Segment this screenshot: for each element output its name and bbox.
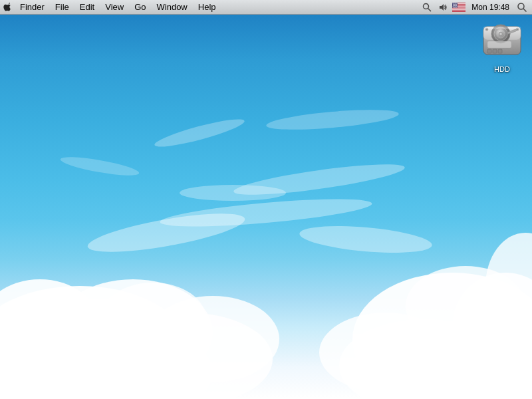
svg-point-9 bbox=[452, 273, 532, 379]
spotlight-left-icon[interactable] bbox=[515, 0, 529, 15]
svg-point-23 bbox=[424, 3, 429, 9]
svg-point-12 bbox=[406, 266, 525, 346]
spotlight-right-icon[interactable] bbox=[420, 0, 434, 15]
svg-point-41 bbox=[456, 3, 456, 4]
svg-point-61 bbox=[518, 3, 524, 9]
svg-rect-31 bbox=[452, 9, 466, 9]
svg-point-56 bbox=[457, 6, 458, 7]
svg-point-10 bbox=[426, 319, 532, 399]
svg-point-14 bbox=[319, 313, 452, 392]
hdd-icon-image bbox=[481, 20, 523, 63]
menu-edit[interactable]: Edit bbox=[74, 0, 100, 15]
svg-point-43 bbox=[453, 4, 454, 5]
svg-line-62 bbox=[523, 9, 527, 12]
svg-point-18 bbox=[180, 185, 286, 201]
svg-point-1 bbox=[0, 279, 100, 372]
svg-rect-30 bbox=[452, 7, 466, 8]
menubar-right: Mon 19:48 bbox=[420, 0, 532, 15]
svg-rect-71 bbox=[487, 49, 491, 53]
svg-marker-25 bbox=[440, 4, 444, 11]
menubar-left: Finder File Edit View Go Window Help bbox=[0, 0, 420, 15]
svg-point-7 bbox=[100, 283, 206, 356]
svg-point-20 bbox=[153, 114, 246, 152]
desktop: Finder File Edit View Go Window Help bbox=[0, 0, 532, 399]
menu-file[interactable]: File bbox=[50, 0, 74, 15]
svg-point-69 bbox=[500, 33, 502, 35]
svg-point-15 bbox=[85, 205, 247, 259]
svg-point-44 bbox=[454, 4, 454, 5]
svg-rect-72 bbox=[493, 49, 497, 53]
apple-menu-button[interactable] bbox=[0, 0, 15, 15]
svg-point-6 bbox=[146, 296, 279, 382]
flag-icon[interactable] bbox=[452, 0, 466, 15]
menu-finder[interactable]: Finder bbox=[15, 0, 50, 15]
svg-point-34 bbox=[453, 3, 454, 3]
svg-point-5 bbox=[100, 313, 273, 399]
svg-point-49 bbox=[454, 5, 455, 6]
svg-point-35 bbox=[454, 3, 454, 3]
svg-point-42 bbox=[456, 3, 457, 4]
menu-view[interactable]: View bbox=[100, 0, 129, 15]
menu-help[interactable]: Help bbox=[193, 0, 221, 15]
svg-point-0 bbox=[0, 286, 186, 399]
svg-rect-73 bbox=[498, 49, 502, 53]
svg-point-58 bbox=[454, 7, 455, 7]
menu-window[interactable]: Window bbox=[152, 0, 193, 15]
svg-point-51 bbox=[456, 5, 457, 6]
svg-point-16 bbox=[159, 194, 372, 232]
menubar: Finder File Edit View Go Window Help bbox=[0, 0, 532, 15]
svg-point-19 bbox=[232, 158, 406, 201]
svg-point-53 bbox=[454, 6, 454, 7]
hdd-drive-icon[interactable]: HDD bbox=[479, 20, 525, 73]
svg-point-22 bbox=[59, 154, 140, 180]
svg-point-48 bbox=[454, 5, 454, 6]
svg-rect-32 bbox=[452, 10, 466, 11]
menu-go[interactable]: Go bbox=[129, 0, 151, 15]
svg-point-2 bbox=[53, 279, 213, 386]
svg-point-59 bbox=[456, 7, 456, 7]
svg-rect-81 bbox=[483, 27, 521, 29]
svg-point-55 bbox=[456, 6, 456, 7]
svg-point-38 bbox=[457, 3, 458, 3]
desktop-background bbox=[0, 0, 532, 399]
svg-point-37 bbox=[456, 3, 456, 3]
svg-point-17 bbox=[299, 221, 433, 257]
svg-point-13 bbox=[485, 233, 532, 339]
svg-point-3 bbox=[0, 319, 213, 399]
svg-point-45 bbox=[455, 4, 456, 5]
svg-rect-80 bbox=[487, 41, 511, 48]
svg-point-36 bbox=[455, 3, 456, 3]
svg-point-52 bbox=[453, 6, 454, 7]
hdd-label: HDD bbox=[494, 65, 510, 73]
svg-point-8 bbox=[352, 273, 532, 399]
clock-display: Mon 19:48 bbox=[467, 3, 513, 12]
svg-line-24 bbox=[428, 8, 432, 11]
volume-icon[interactable] bbox=[436, 0, 450, 15]
svg-point-21 bbox=[265, 106, 399, 133]
svg-point-40 bbox=[454, 3, 455, 4]
svg-point-47 bbox=[457, 4, 458, 5]
svg-point-11 bbox=[339, 319, 512, 399]
svg-point-39 bbox=[454, 3, 454, 4]
svg-point-54 bbox=[455, 6, 456, 7]
svg-point-46 bbox=[456, 4, 456, 5]
svg-point-60 bbox=[456, 7, 457, 7]
svg-point-4 bbox=[0, 332, 100, 399]
svg-point-50 bbox=[456, 5, 456, 6]
svg-point-57 bbox=[454, 7, 454, 7]
